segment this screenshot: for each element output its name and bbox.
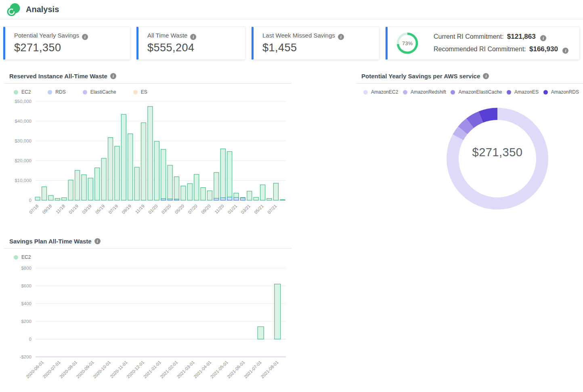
legend-label: EC2 bbox=[21, 89, 31, 95]
x-axis-tick: 2020-10-01 bbox=[92, 360, 111, 379]
card-ri-commitment: 73% Current RI Commitment: $121,863 Reco… bbox=[386, 27, 580, 60]
x-axis-tick: 11/20 bbox=[214, 203, 224, 214]
x-axis-tick: 07/21 bbox=[266, 203, 278, 215]
section-title: Savings Plan All-Time Waste bbox=[9, 238, 92, 245]
y-axis-tick: $30,000 bbox=[15, 138, 31, 143]
x-axis-tick: 07/19 bbox=[107, 203, 119, 215]
card-last-week-missed-savings: Last Week Missed Savings $1,455 bbox=[252, 27, 380, 60]
info-icon[interactable] bbox=[94, 238, 101, 244]
x-axis-tick: 2020-07-01 bbox=[42, 360, 61, 379]
savings-donut-wrap: $271,350 bbox=[446, 107, 549, 212]
legend-item-amazones[interactable]: AmazonES bbox=[507, 89, 539, 95]
donut-slice-amazonelasticache[interactable] bbox=[463, 123, 470, 130]
section-header: Potential Yearly Savings per AWS service bbox=[356, 69, 583, 84]
spot-logo-icon bbox=[6, 3, 20, 17]
legend-item-amazonelasticache[interactable]: AmazonElastiCache bbox=[451, 89, 502, 95]
y-axis-tick: $200 bbox=[21, 319, 31, 324]
section-title: Reserved Instance All-Time Waste bbox=[9, 73, 107, 80]
x-axis-tick: 01/19 bbox=[68, 203, 79, 215]
x-axis-tick: 2021-03-01 bbox=[176, 360, 195, 379]
x-axis-tick: 2021-01-01 bbox=[143, 360, 162, 379]
savings-per-service-legend: AmazonEC2AmazonRedshiftAmazonElastiCache… bbox=[356, 84, 583, 96]
x-axis-tick: 07/18 bbox=[28, 203, 40, 215]
legend-item-amazonec2[interactable]: AmazonEC2 bbox=[363, 89, 398, 95]
legend-label: RDS bbox=[55, 89, 65, 95]
card-potential-yearly-savings: Potential Yearly Savings $271,350 bbox=[3, 27, 130, 60]
info-icon[interactable] bbox=[562, 48, 568, 54]
recommended-ri-commitment-row: Recommended RI Commitment: $166,930 bbox=[434, 45, 568, 54]
page-title: Analysis bbox=[26, 5, 59, 14]
legend-dot bbox=[451, 90, 455, 94]
legend-label: ElastiCache bbox=[90, 89, 116, 95]
legend-dot bbox=[14, 90, 18, 94]
card-value: $1,455 bbox=[262, 42, 370, 54]
card-value: $271,350 bbox=[14, 42, 121, 54]
x-axis-tick: 09/18 bbox=[41, 203, 52, 215]
commitment-label: Current RI Commitment: bbox=[434, 33, 503, 40]
legend-dot bbox=[403, 90, 407, 94]
x-axis-tick: 05/20 bbox=[174, 203, 185, 215]
legend-item-rds[interactable]: RDS bbox=[48, 89, 65, 95]
legend-dot bbox=[133, 90, 138, 94]
y-axis-tick: 0 bbox=[29, 337, 31, 342]
legend-item-amazonrds[interactable]: AmazonRDS bbox=[543, 89, 579, 95]
legend-label: AmazonElastiCache bbox=[458, 89, 502, 95]
x-axis-tick: 2021-05-01 bbox=[210, 360, 229, 379]
x-axis-tick: 2021-06-01 bbox=[226, 360, 245, 379]
donut-slice-amazonredshift[interactable] bbox=[458, 130, 463, 137]
x-axis-tick: 11/19 bbox=[134, 203, 145, 214]
legend-item-amazonredshift[interactable]: AmazonRedshift bbox=[403, 89, 446, 95]
info-icon[interactable] bbox=[483, 73, 489, 79]
y-axis-tick: $400 bbox=[21, 301, 31, 306]
x-axis-tick: 2020-12-01 bbox=[126, 360, 145, 379]
current-ri-commitment-row: Current RI Commitment: $121,863 bbox=[434, 33, 568, 41]
info-icon[interactable] bbox=[338, 34, 344, 40]
legend-item-es[interactable]: ES bbox=[133, 89, 147, 95]
card-label: Last Week Missed Savings bbox=[262, 32, 335, 39]
legend-dot bbox=[83, 90, 87, 94]
x-axis-tick: 03/20 bbox=[161, 203, 172, 215]
legend-item-elasticache[interactable]: ElastiCache bbox=[83, 89, 116, 95]
sp-waste-bar-chart[interactable]: $800$600$400$2000-$2002020-06-012020-07-… bbox=[4, 262, 292, 388]
x-axis-tick: 01/21 bbox=[227, 203, 238, 215]
donut-center-value: $271,350 bbox=[446, 146, 549, 159]
legend-label: AmazonRedshift bbox=[411, 89, 446, 95]
x-axis-tick: 2020-08-01 bbox=[59, 360, 78, 379]
section-title: Potential Yearly Savings per AWS service bbox=[361, 73, 480, 80]
legend-dot bbox=[543, 90, 548, 94]
legend-label: AmazonES bbox=[514, 89, 539, 95]
x-axis-tick: 11/18 bbox=[55, 203, 66, 214]
app-header: Analysis bbox=[0, 0, 583, 19]
legend-label: EC2 bbox=[21, 254, 31, 260]
info-icon[interactable] bbox=[540, 35, 546, 41]
x-axis-tick: 09/19 bbox=[121, 203, 132, 215]
section-header: Reserved Instance All-Time Waste bbox=[4, 69, 292, 84]
x-axis-tick: 09/20 bbox=[200, 203, 212, 215]
ri-waste-legend: EC2RDSElastiCacheES bbox=[4, 84, 292, 96]
sp-waste-section: Savings Plan All-Time Waste EC2 $800$600… bbox=[4, 234, 292, 389]
ri-waste-bar-chart[interactable]: 0$10,000$20,000$30,000$40,000$50,00007/1… bbox=[4, 96, 292, 226]
ri-waste-section: Reserved Instance All-Time Waste EC2RDSE… bbox=[4, 69, 292, 228]
commitment-value: $166,930 bbox=[529, 45, 558, 53]
y-axis-tick: $10,000 bbox=[15, 178, 31, 183]
sp-waste-legend: EC2 bbox=[4, 249, 292, 262]
legend-label: AmazonEC2 bbox=[371, 89, 398, 95]
ri-coverage-ring: 73% bbox=[396, 31, 419, 55]
x-axis-tick: 07/20 bbox=[187, 203, 198, 215]
legend-item-ec2[interactable]: EC2 bbox=[14, 254, 31, 260]
info-icon[interactable] bbox=[110, 73, 116, 79]
legend-label: AmazonRDS bbox=[551, 89, 579, 95]
legend-item-ec2[interactable]: EC2 bbox=[14, 89, 31, 95]
donut-slice-amazones[interactable] bbox=[470, 117, 481, 123]
info-icon[interactable] bbox=[190, 34, 196, 40]
card-label: All Time Waste bbox=[147, 32, 187, 39]
x-axis-tick: 2021-08-01 bbox=[260, 360, 279, 379]
progress-ring-label: 73% bbox=[396, 31, 419, 55]
legend-dot bbox=[14, 255, 18, 260]
x-axis-tick: 03/19 bbox=[81, 203, 92, 215]
donut-slice-amazonrds[interactable] bbox=[481, 114, 497, 117]
info-icon[interactable] bbox=[82, 34, 88, 40]
summary-cards: Potential Yearly Savings $271,350 All Ti… bbox=[0, 19, 583, 60]
card-value: $555,204 bbox=[147, 42, 236, 54]
x-axis-tick: 2021-02-01 bbox=[159, 360, 178, 379]
